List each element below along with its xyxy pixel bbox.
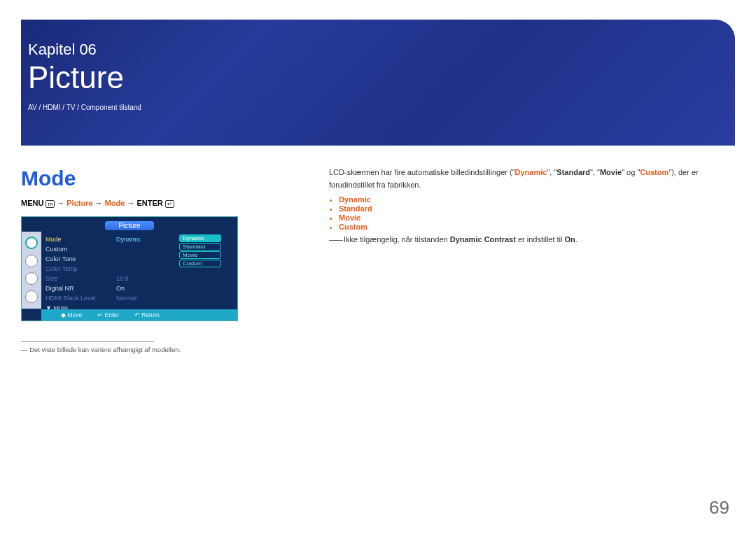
menu-icon: m	[46, 200, 55, 208]
enter-foot-icon: ↵	[97, 311, 104, 318]
path-enter: ENTER	[137, 199, 163, 207]
section-heading-mode: Mode	[21, 167, 301, 190]
diamond-icon: ◆	[61, 311, 67, 318]
bullet-movie: Movie	[339, 213, 735, 222]
path-mode: Mode	[105, 199, 125, 207]
osd-menu-labels: Mode Custom Color Tone Color Temp Size D…	[41, 232, 115, 309]
osd-item-mode: Mode	[46, 234, 111, 244]
bullet-custom: Custom	[339, 223, 735, 231]
osd-item-colortemp: Color Temp	[46, 264, 111, 274]
description-paragraph: LCD-skærmen har fire automatiske billedi…	[329, 167, 735, 191]
menu-path: MENU m → Picture → Mode → ENTER ↵	[21, 199, 301, 208]
osd-opt-dynamic: Dynamic	[179, 234, 221, 242]
mode-bullet-list: Dynamic Standard Movie Custom	[339, 195, 735, 231]
osd-val-hdmiblack: Normal	[116, 293, 176, 303]
source-mode-line: AV / HDMI / TV / Component tilstand	[28, 104, 735, 111]
osd-cat-icon-setup	[25, 272, 38, 285]
osd-foot-return: Return	[141, 311, 160, 318]
osd-val-size: 16:9	[116, 274, 176, 283]
return-icon: ↶	[134, 311, 141, 318]
availability-note: ―― Ikke tilgængelig, når tilstanden Dyna…	[329, 235, 735, 244]
osd-item-hdmiblack: HDMI Black Level	[46, 293, 111, 303]
osd-item-colortone: Color Tone	[46, 254, 111, 264]
osd-foot-enter: Enter	[105, 311, 119, 318]
bullet-standard: Standard	[339, 204, 735, 213]
osd-opt-custom: Custom	[179, 260, 221, 267]
osd-item-digitalnr: Digital NR	[46, 283, 111, 293]
osd-icon-column	[22, 232, 41, 309]
path-menu: MENU	[21, 199, 43, 207]
page-number: 69	[709, 497, 729, 519]
bullet-dynamic: Dynamic	[339, 195, 735, 204]
osd-cat-icon-sound	[25, 255, 38, 267]
osd-opt-standard: Standard	[179, 243, 221, 251]
osd-item-size: Size	[46, 274, 111, 283]
chapter-header: Kapitel 06 Picture AV / HDMI / TV / Comp…	[21, 20, 735, 146]
osd-foot-move: Move	[67, 311, 82, 318]
osd-options-popup: Dynamic Standard Movie Custom	[178, 232, 237, 309]
footnote-rule	[21, 341, 154, 342]
osd-footer: ◆ Move ↵ Enter ↶ Return	[41, 309, 237, 321]
path-picture: Picture	[66, 199, 92, 207]
osd-cat-icon-picture	[25, 237, 38, 249]
osd-value-column: Dynamic 16:9 On Normal	[115, 232, 178, 309]
osd-val-mode: Dynamic	[116, 234, 176, 244]
footnote: ― Det viste billede kan variere afhængig…	[21, 346, 301, 353]
osd-cat-icon-multi	[25, 290, 38, 303]
osd-screenshot: Picture Mode Custom Color Tone Color Tem…	[21, 216, 238, 321]
osd-opt-movie: Movie	[179, 251, 221, 259]
osd-title: Picture	[105, 221, 154, 230]
osd-item-custom: Custom	[46, 244, 111, 254]
osd-val-digitalnr: On	[116, 283, 176, 293]
chapter-title: Picture	[28, 60, 735, 95]
chapter-label: Kapitel 06	[28, 41, 735, 59]
enter-icon: ↵	[165, 200, 174, 208]
